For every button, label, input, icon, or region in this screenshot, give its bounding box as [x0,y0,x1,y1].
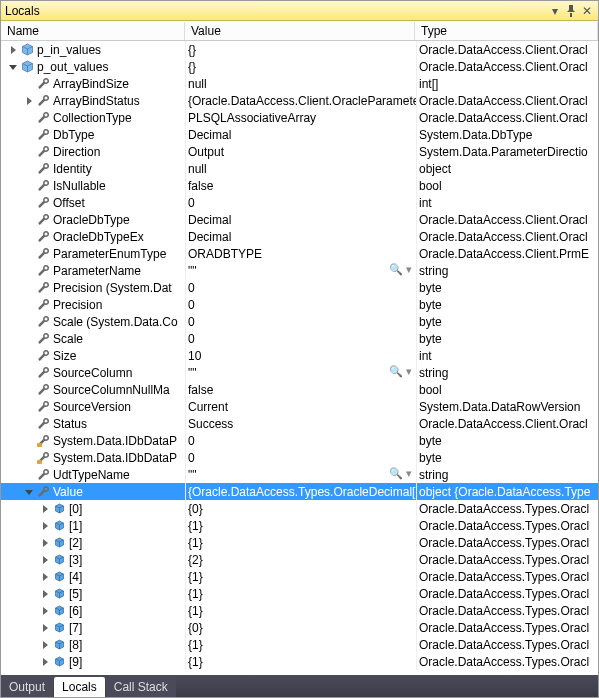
name-cell[interactable]: Precision (System.Dat [1,279,185,296]
variable-row[interactable]: System.Data.IDbDataP0byte [1,449,598,466]
variable-row[interactable]: [3]{2}Oracle.DataAccess.Types.Oracl [1,551,598,568]
column-header-type[interactable]: Type [415,22,598,40]
value-cell[interactable]: {1} [186,636,416,653]
value-cell[interactable]: null [186,75,416,92]
name-cell[interactable]: OracleDbTypeEx [1,228,185,245]
name-cell[interactable]: [8] [1,636,185,653]
variable-row[interactable]: [6]{1}Oracle.DataAccess.Types.Oracl [1,602,598,619]
name-cell[interactable]: ParameterEnumType [1,245,185,262]
value-cell[interactable]: {1} [186,517,416,534]
name-cell[interactable]: CollectionType [1,109,185,126]
name-cell[interactable]: Direction [1,143,185,160]
variable-row[interactable]: ArrayBindStatus{Oracle.DataAccess.Client… [1,92,598,109]
column-header[interactable]: Name Value Type [1,21,598,41]
value-cell[interactable]: ORADBTYPE [186,245,416,262]
variable-row[interactable]: DbTypeDecimalSystem.Data.DbType [1,126,598,143]
value-cell[interactable]: false [186,381,416,398]
name-cell[interactable]: OracleDbType [1,211,185,228]
variable-row[interactable]: ParameterEnumTypeORADBTYPEOracle.DataAcc… [1,245,598,262]
variable-row[interactable]: [5]{1}Oracle.DataAccess.Types.Oracl [1,585,598,602]
expander-open[interactable] [7,61,19,73]
name-cell[interactable]: Identity [1,160,185,177]
name-cell[interactable]: [2] [1,534,185,551]
name-cell[interactable]: Offset [1,194,185,211]
expander-closed[interactable] [39,639,51,651]
value-cell[interactable]: ""🔍 ▾ [186,466,416,483]
expander-open[interactable] [23,486,35,498]
name-cell[interactable]: Scale [1,330,185,347]
name-cell[interactable]: DbType [1,126,185,143]
value-cell[interactable]: 0 [186,330,416,347]
variable-row[interactable]: DirectionOutputSystem.Data.ParameterDire… [1,143,598,160]
pin-button[interactable] [564,4,578,18]
name-cell[interactable]: SourceColumn [1,364,185,381]
variable-row[interactable]: Offset0int [1,194,598,211]
variable-row[interactable]: SourceColumn""🔍 ▾string [1,364,598,381]
data-grid[interactable]: p_in_values{}Oracle.DataAccess.Client.Or… [1,41,598,675]
value-cell[interactable]: false [186,177,416,194]
visualizer-icon[interactable]: 🔍 ▾ [389,365,412,378]
value-cell[interactable]: {1} [186,568,416,585]
variable-row[interactable]: IsNullablefalsebool [1,177,598,194]
tab-call-stack[interactable]: Call Stack [106,677,176,697]
variable-row[interactable]: Precision0byte [1,296,598,313]
variable-row[interactable]: [8]{1}Oracle.DataAccess.Types.Oracl [1,636,598,653]
name-cell[interactable]: Scale (System.Data.Co [1,313,185,330]
value-cell[interactable]: Output [186,143,416,160]
name-cell[interactable]: ParameterName [1,262,185,279]
name-cell[interactable]: p_out_values [1,58,185,75]
value-cell[interactable]: null [186,160,416,177]
variable-row[interactable]: [0]{0}Oracle.DataAccess.Types.Oracl [1,500,598,517]
name-cell[interactable]: IsNullable [1,177,185,194]
expander-closed[interactable] [39,554,51,566]
expander-closed[interactable] [7,44,19,56]
expander-closed[interactable] [39,605,51,617]
value-cell[interactable]: Current [186,398,416,415]
name-cell[interactable]: [4] [1,568,185,585]
value-cell[interactable]: {1} [186,534,416,551]
value-cell[interactable]: {} [186,58,416,75]
value-cell[interactable]: Success [186,415,416,432]
name-cell[interactable]: System.Data.IDbDataP [1,449,185,466]
variable-row[interactable]: OracleDbTypeExDecimalOracle.DataAccess.C… [1,228,598,245]
variable-row[interactable]: StatusSuccessOracle.DataAccess.Client.Or… [1,415,598,432]
variable-row[interactable]: SourceVersionCurrentSystem.Data.DataRowV… [1,398,598,415]
value-cell[interactable]: ""🔍 ▾ [186,364,416,381]
variable-row[interactable]: SourceColumnNullMafalsebool [1,381,598,398]
tab-locals[interactable]: Locals [54,677,105,697]
name-cell[interactable]: [5] [1,585,185,602]
name-cell[interactable]: Status [1,415,185,432]
name-cell[interactable]: ArrayBindSize [1,75,185,92]
variable-row[interactable]: [7]{0}Oracle.DataAccess.Types.Oracl [1,619,598,636]
expander-closed[interactable] [39,520,51,532]
variable-row[interactable]: Size10int [1,347,598,364]
variable-row[interactable]: Value{Oracle.DataAccess.Types.OracleDeci… [1,483,598,500]
value-cell[interactable]: {1} [186,653,416,670]
value-cell[interactable]: 10 [186,347,416,364]
value-cell[interactable]: 0 [186,432,416,449]
value-cell[interactable]: {1} [186,585,416,602]
expander-closed[interactable] [39,622,51,634]
expander-closed[interactable] [39,588,51,600]
variable-row[interactable]: p_in_values{}Oracle.DataAccess.Client.Or… [1,41,598,58]
window-options-button[interactable]: ▾ [548,4,562,18]
variable-row[interactable]: [4]{1}Oracle.DataAccess.Types.Oracl [1,568,598,585]
value-cell[interactable]: 0 [186,279,416,296]
variable-row[interactable]: Precision (System.Dat0byte [1,279,598,296]
name-cell[interactable]: SourceColumnNullMa [1,381,185,398]
value-cell[interactable]: {1} [186,602,416,619]
name-cell[interactable]: [7] [1,619,185,636]
variable-row[interactable]: ParameterName""🔍 ▾string [1,262,598,279]
name-cell[interactable]: Precision [1,296,185,313]
variable-row[interactable]: CollectionTypePLSQLAssociativeArrayOracl… [1,109,598,126]
column-header-value[interactable]: Value [185,22,415,40]
name-cell[interactable]: [0] [1,500,185,517]
variable-row[interactable]: p_out_values{}Oracle.DataAccess.Client.O… [1,58,598,75]
variable-row[interactable]: [9]{1}Oracle.DataAccess.Types.Oracl [1,653,598,670]
value-cell[interactable]: Decimal [186,126,416,143]
expander-closed[interactable] [39,503,51,515]
variable-row[interactable]: Scale (System.Data.Co0byte [1,313,598,330]
name-cell[interactable]: UdtTypeName [1,466,185,483]
value-cell[interactable]: {Oracle.DataAccess.Types.OracleDecimal[1 [186,483,416,500]
variable-row[interactable]: Identitynullobject [1,160,598,177]
